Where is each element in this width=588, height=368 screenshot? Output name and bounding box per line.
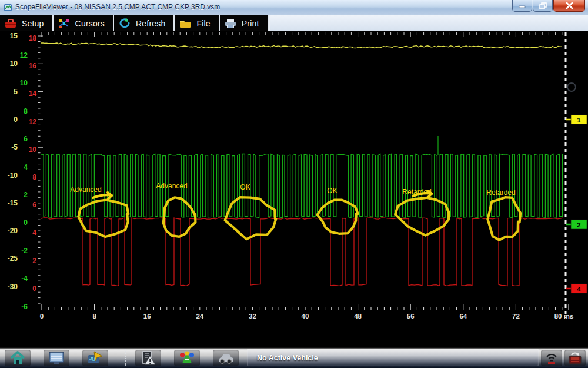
print-button[interactable]: Print <box>220 15 269 31</box>
minimize-button[interactable] <box>512 0 532 12</box>
toolbar: Setup Cursors Refresh File Print <box>0 15 270 31</box>
svg-text:-25: -25 <box>8 254 18 263</box>
scope-screen-icon <box>48 350 65 366</box>
svg-text:14: 14 <box>29 89 37 98</box>
print-label: Print <box>242 19 259 28</box>
svg-text:2: 2 <box>24 191 28 199</box>
vehicle-icon <box>218 350 234 366</box>
svg-text:0: 0 <box>24 218 28 227</box>
svg-text:72: 72 <box>512 313 520 320</box>
cursors-icon <box>58 18 70 29</box>
window-title: ScopeFileViewer - 08 NISSAN 2.5 CMP ACT … <box>15 3 220 11</box>
toolbox-icon <box>5 18 16 29</box>
svg-text:32: 32 <box>249 313 256 320</box>
svg-text:10: 10 <box>20 79 28 87</box>
svg-text:4: 4 <box>32 228 36 237</box>
taskbar-separator <box>125 349 126 366</box>
svg-text:6: 6 <box>24 135 28 143</box>
svg-text:16: 16 <box>143 313 151 320</box>
svg-text:6: 6 <box>32 201 36 209</box>
toolbar-row: Setup Cursors Refresh File Print <box>0 15 588 31</box>
scope-arrow-icon <box>87 350 103 366</box>
vehicle-comm-icon <box>567 350 583 366</box>
svg-text:-30: -30 <box>8 283 18 291</box>
svg-text:2: 2 <box>32 257 36 265</box>
svg-text:15: 15 <box>10 32 18 40</box>
svg-text:8: 8 <box>92 313 96 320</box>
cursors-label: Cursors <box>75 19 105 28</box>
svg-text:0: 0 <box>14 115 18 124</box>
vehicle-button[interactable] <box>213 350 239 366</box>
wireless-button[interactable] <box>541 350 562 366</box>
svg-text:16: 16 <box>29 62 37 70</box>
svg-text:Advanced: Advanced <box>70 185 101 194</box>
scope-plot[interactable]: 151050-5-10-15-20-25-30121086420-2-4-618… <box>0 31 588 321</box>
setup-label: Setup <box>22 19 44 28</box>
scope-tool-button[interactable] <box>82 350 108 366</box>
cursors-button[interactable]: Cursors <box>54 15 114 31</box>
channel-markers[interactable]: 124 <box>566 115 587 293</box>
refresh-button[interactable]: Refresh <box>114 15 175 31</box>
svg-text:-10: -10 <box>8 171 18 180</box>
svg-text:4: 4 <box>24 163 28 171</box>
folder-icon <box>179 18 191 29</box>
svg-text:8: 8 <box>32 173 36 181</box>
refresh-icon <box>119 18 131 29</box>
status-text: No Active Vehicle <box>257 354 318 362</box>
svg-text:OK: OK <box>327 187 337 195</box>
svg-text:-15: -15 <box>8 199 18 207</box>
svg-text:10: 10 <box>29 145 37 154</box>
live-data-button[interactable] <box>174 350 200 366</box>
svg-text:-5: -5 <box>11 143 18 151</box>
svg-text:Retarded: Retarded <box>486 188 515 197</box>
svg-text:0: 0 <box>32 284 36 293</box>
svg-text:-4: -4 <box>21 274 28 283</box>
vehicle-comm-button[interactable] <box>564 350 586 366</box>
close-button[interactable] <box>553 0 585 12</box>
scope-screen-button[interactable] <box>44 350 69 366</box>
svg-text:Advanced: Advanced <box>156 182 187 190</box>
report-warning-icon <box>140 350 156 366</box>
svg-text:8: 8 <box>24 107 28 115</box>
svg-text:2: 2 <box>577 221 580 228</box>
svg-text:-6: -6 <box>21 303 28 311</box>
x-axis-labels: 08162432404856647280 ms <box>40 313 574 320</box>
svg-text:-2: -2 <box>21 247 28 255</box>
svg-text:40: 40 <box>302 313 309 320</box>
printer-icon <box>225 18 236 29</box>
svg-text:1: 1 <box>577 117 581 124</box>
svg-text:OK: OK <box>240 183 250 191</box>
svg-text:80 ms: 80 ms <box>554 313 574 320</box>
svg-text:12: 12 <box>20 51 28 59</box>
svg-text:5: 5 <box>14 88 18 96</box>
wireless-icon <box>543 350 560 366</box>
restore-button[interactable] <box>533 0 553 12</box>
svg-text:64: 64 <box>459 313 467 320</box>
svg-text:12: 12 <box>29 118 37 126</box>
window-titlebar: ScopeFileViewer - 08 NISSAN 2.5 CMP ACT … <box>0 0 588 15</box>
restore-icon <box>539 2 547 9</box>
setup-button[interactable]: Setup <box>0 15 54 31</box>
svg-text:Retarded: Retarded <box>402 188 431 196</box>
refresh-label: Refresh <box>136 19 165 28</box>
svg-text:10: 10 <box>10 59 18 68</box>
minimize-icon <box>519 3 526 8</box>
home-button[interactable] <box>5 350 31 366</box>
live-data-icon <box>179 350 195 366</box>
file-button[interactable]: File <box>175 15 219 31</box>
waveforms <box>41 43 563 286</box>
report-button[interactable] <box>135 350 161 366</box>
svg-text:56: 56 <box>407 313 415 320</box>
svg-text:18: 18 <box>29 34 37 42</box>
playback-controlbar: 00:01:787 x8 <box>0 321 588 347</box>
svg-text:4: 4 <box>577 286 581 293</box>
svg-text:0: 0 <box>40 313 44 320</box>
home-icon <box>9 350 26 366</box>
y-axis-labels: 151050-5-10-15-20-25-30121086420-2-4-618… <box>8 32 37 311</box>
close-icon <box>566 2 573 9</box>
svg-text:-20: -20 <box>8 227 18 235</box>
file-label: File <box>196 19 210 28</box>
app-icon <box>4 3 13 12</box>
svg-text:48: 48 <box>354 313 362 320</box>
svg-text:24: 24 <box>196 313 203 320</box>
